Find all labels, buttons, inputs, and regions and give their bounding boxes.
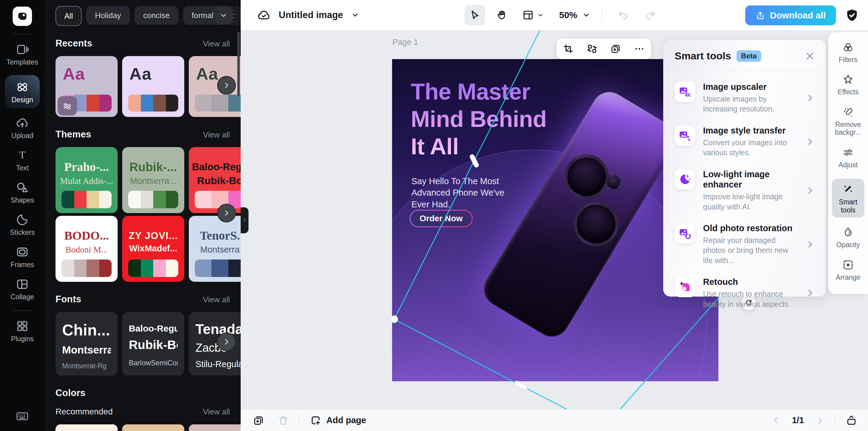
- redo-button[interactable]: [640, 5, 660, 25]
- recent-style-card[interactable]: Aa: [122, 56, 184, 117]
- fonts-next-button[interactable]: [217, 332, 236, 351]
- undo-button[interactable]: [613, 5, 633, 25]
- recents-cards-row: Aa Aa: [56, 56, 241, 117]
- theme-name: Rubik-...: [122, 160, 184, 174]
- download-all-button[interactable]: Download all: [745, 5, 836, 25]
- smart-tools-icon: [842, 184, 854, 196]
- hand-tool-button[interactable]: [492, 5, 512, 25]
- file-title[interactable]: Untitled image: [279, 10, 343, 21]
- sidebar-item-text[interactable]: T Text: [16, 148, 29, 171]
- smart-tool-low-light-enhancer[interactable]: Low-light image enhancer Improve low-lig…: [675, 169, 815, 212]
- add-page-button[interactable]: Add page: [310, 415, 366, 426]
- theme-card[interactable]: TenorS. Montserra: [189, 216, 241, 282]
- next-page-button[interactable]: [815, 416, 825, 425]
- recents-view-all-link[interactable]: View all: [203, 39, 230, 48]
- shield-check-button[interactable]: [844, 8, 860, 23]
- font-sample: Aa: [129, 64, 152, 84]
- present-button[interactable]: [846, 415, 857, 426]
- smart-tool-old-photo-restoration[interactable]: Old photo restoration Repair your damage…: [675, 223, 815, 266]
- more-options-button[interactable]: [630, 40, 648, 58]
- tool-filters[interactable]: Filters: [832, 41, 864, 64]
- themes-view-all-link[interactable]: View all: [203, 130, 230, 139]
- color-swatch[interactable]: [56, 424, 118, 431]
- theme-card[interactable]: Rubik-... Montserra...: [122, 147, 184, 213]
- theme-font: Bodoni M...: [56, 245, 118, 255]
- chip-holiday[interactable]: Holiday: [86, 6, 130, 25]
- smart-tool-style-transfer[interactable]: Image style transfer Convert your images…: [675, 125, 815, 158]
- sidebar-item-label: Collage: [10, 294, 34, 300]
- delete-page-button[interactable]: [277, 415, 289, 426]
- chevron-right-icon: [806, 186, 815, 195]
- font-card[interactable]: Baloo-Regul... Rubik-Bold BarlowSemiCond…: [122, 312, 184, 375]
- colors-view-all-link[interactable]: View all: [203, 407, 230, 417]
- tool-opacity[interactable]: Opacity: [832, 226, 864, 248]
- chevron-right-icon: [223, 81, 230, 89]
- chip-all[interactable]: All: [56, 6, 82, 26]
- font-secondary: Montserra...: [62, 344, 111, 356]
- panel-title: Smart tools: [675, 50, 731, 62]
- theme-card[interactable]: BODO... Bodoni M...: [56, 216, 118, 282]
- fonts-view-all-link[interactable]: View all: [203, 295, 230, 304]
- panel-scrollbar[interactable]: [237, 32, 240, 96]
- sidebar-item-design[interactable]: Design: [5, 75, 40, 108]
- themes-next-button[interactable]: [217, 204, 236, 223]
- upload-icon: [16, 117, 29, 130]
- prev-page-button[interactable]: [772, 416, 780, 425]
- smart-tool-retouch[interactable]: Retouch Use retouch to enhance beauty in…: [675, 277, 815, 309]
- chevron-down-icon[interactable]: [351, 11, 360, 19]
- tool-arrange[interactable]: Arrange: [832, 259, 864, 281]
- font-sample: Aa: [196, 64, 218, 84]
- app-logo[interactable]: [13, 7, 32, 26]
- theme-card[interactable]: ZY JOVI... WixMadef...: [122, 216, 184, 282]
- chevron-down-icon: [537, 11, 544, 19]
- order-now-button[interactable]: Order Now: [409, 210, 473, 227]
- sidebar-item-frames[interactable]: Frames: [10, 245, 34, 268]
- undo-icon: [617, 9, 629, 21]
- cursor-tool-button[interactable]: [464, 5, 485, 25]
- tool-label: Adjust: [832, 161, 864, 169]
- sidebar-item-shapes[interactable]: Shapes: [10, 181, 34, 204]
- stickers-icon: [16, 213, 29, 226]
- theme-card[interactable]: Baloo-Regu Rubik-Bo: [189, 147, 241, 213]
- panel-collapse-button[interactable]: [241, 207, 249, 233]
- smart-tool-image-upscaler[interactable]: 4K Image upscaler Upscale images by incr…: [675, 82, 815, 114]
- tool-smart-tools[interactable]: Smart tools: [832, 179, 864, 218]
- sidebar-item-label: Upload: [11, 132, 33, 139]
- theme-card[interactable]: Praho-... Mulat Addis-...: [56, 147, 118, 213]
- chips-expand-button[interactable]: [215, 6, 232, 25]
- chip-concise[interactable]: concise: [134, 6, 179, 25]
- color-swatch[interactable]: [189, 424, 241, 431]
- sidebar-item-collage[interactable]: Collage: [10, 277, 34, 300]
- sidebar-item-upload[interactable]: Upload: [11, 117, 33, 139]
- design-heading[interactable]: The Master Mind Behind It All: [411, 78, 565, 160]
- more-icon: [634, 43, 645, 54]
- right-tools-rail: Filters Effects Remove backgr... Adjust …: [828, 32, 868, 294]
- theme-name: ZY JOVI...: [122, 230, 184, 241]
- design-body-text[interactable]: Say Hello To The Most Advanced Phone We'…: [411, 175, 511, 210]
- tool-adjust[interactable]: Adjust: [832, 146, 864, 169]
- font-card[interactable]: Chin... Montserra... Montserrat-Rg: [56, 312, 118, 375]
- plugins-icon: [16, 320, 29, 333]
- duplicate-button[interactable]: [607, 40, 625, 58]
- palette-swatches: [62, 191, 112, 208]
- recent-style-card[interactable]: Aa: [56, 56, 118, 117]
- zoom-control[interactable]: 50%: [559, 10, 591, 20]
- crop-button[interactable]: [559, 40, 577, 58]
- left-nav-rail: Templates Design Upload T Text Shapes St…: [0, 0, 44, 431]
- theme-name: TenorS.: [189, 229, 241, 242]
- tool-remove-background[interactable]: Remove backgr...: [832, 106, 864, 136]
- color-swatch[interactable]: [122, 424, 184, 431]
- close-panel-button[interactable]: [805, 51, 815, 61]
- selection-side-handle[interactable]: [514, 380, 528, 391]
- sidebar-item-plugins[interactable]: Plugins: [11, 320, 33, 342]
- duplicate-page-button[interactable]: [253, 415, 264, 426]
- keyboard-shortcuts-button[interactable]: [16, 409, 29, 423]
- sidebar-item-stickers[interactable]: Stickers: [10, 213, 35, 236]
- layout-tool-button[interactable]: [519, 5, 548, 25]
- smart-tools-panel: Smart tools Beta 4K Image upscaler Upsca…: [663, 40, 826, 297]
- replace-button[interactable]: [583, 40, 601, 58]
- recents-next-button[interactable]: [217, 76, 236, 95]
- tool-effects[interactable]: Effects: [832, 73, 864, 96]
- sidebar-item-templates[interactable]: Templates: [7, 43, 38, 66]
- canvas-workspace[interactable]: Page 1 The Master Mind Behind It All Say…: [241, 30, 868, 409]
